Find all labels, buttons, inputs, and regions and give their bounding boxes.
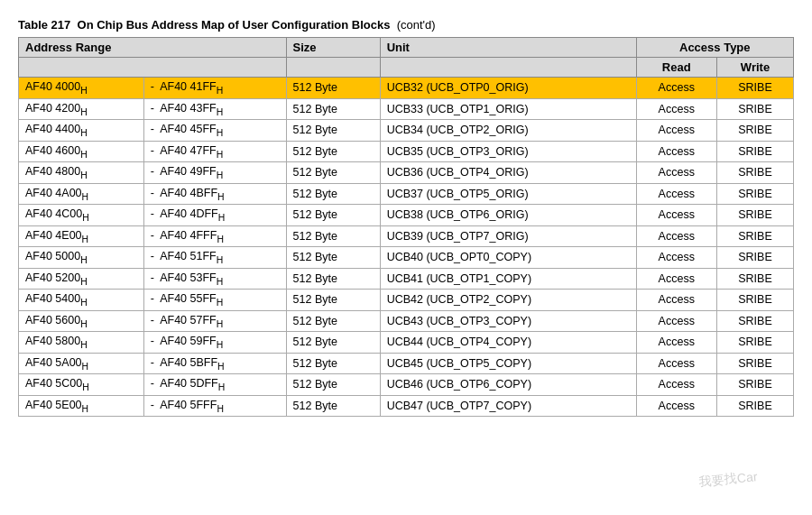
unit: UCB40 (UCB_OPT0_COPY) — [380, 247, 636, 269]
unit: UCB43 (UCB_OTP3_COPY) — [380, 310, 636, 332]
addr-from: AF40 4400H — [19, 120, 144, 142]
addr-from: AF40 5E00H — [19, 395, 144, 417]
read-access: Access — [636, 205, 716, 226]
table-description: On Chip Bus Address Map of User Configur… — [78, 18, 391, 32]
table-title: Table 217 On Chip Bus Address Map of Use… — [18, 18, 794, 32]
addr-from: AF40 5C00H — [19, 374, 144, 396]
addr-to: - AF40 47FFH — [143, 141, 286, 162]
write-access: SRIBE — [716, 78, 793, 99]
write-access: SRIBE — [716, 162, 793, 184]
table-row: AF40 4C00H- AF40 4DFFH512 ByteUCB38 (UCB… — [19, 205, 794, 226]
col-unit: Unit — [380, 38, 636, 58]
table-row: AF40 4200H- AF40 43FFH512 ByteUCB33 (UCB… — [19, 98, 794, 120]
read-access: Access — [636, 78, 716, 99]
table-row: AF40 4600H- AF40 47FFH512 ByteUCB35 (UCB… — [19, 141, 794, 162]
unit: UCB36 (UCB_OTP4_ORIG) — [380, 162, 636, 184]
read-access: Access — [636, 395, 716, 417]
read-access: Access — [636, 374, 716, 396]
size: 512 Byte — [286, 395, 380, 417]
addr-from: AF40 5400H — [19, 290, 144, 311]
addr-from: AF40 4000H — [19, 78, 144, 99]
addr-from: AF40 4A00H — [19, 183, 144, 205]
read-access: Access — [636, 332, 716, 354]
col-read: Read — [636, 58, 716, 78]
addr-to: - AF40 45FFH — [143, 120, 286, 142]
addr-to: - AF40 4DFFH — [143, 205, 286, 226]
addr-from: AF40 4C00H — [19, 205, 144, 226]
unit: UCB46 (UCB_OTP6_COPY) — [380, 374, 636, 396]
table-row: AF40 4000H- AF40 41FFH512 ByteUCB32 (UCB… — [19, 78, 794, 99]
table-header-sub: Read Write — [19, 58, 794, 78]
unit: UCB38 (UCB_OTP6_ORIG) — [380, 205, 636, 226]
size: 512 Byte — [286, 332, 380, 354]
addr-to: - AF40 43FFH — [143, 98, 286, 120]
table-row: AF40 5C00H- AF40 5DFFH512 ByteUCB46 (UCB… — [19, 374, 794, 396]
addr-from: AF40 5A00H — [19, 353, 144, 374]
addr-to: - AF40 41FFH — [143, 78, 286, 99]
table-row: AF40 4A00H- AF40 4BFFH512 ByteUCB37 (UCB… — [19, 183, 794, 205]
col-write: Write — [716, 58, 793, 78]
write-access: SRIBE — [716, 247, 793, 269]
write-access: SRIBE — [716, 98, 793, 120]
size: 512 Byte — [286, 268, 380, 290]
write-access: SRIBE — [716, 268, 793, 290]
read-access: Access — [636, 310, 716, 332]
addr-from: AF40 5000H — [19, 247, 144, 269]
read-access: Access — [636, 183, 716, 205]
unit: UCB41 (UCB_OTP1_COPY) — [380, 268, 636, 290]
unit: UCB37 (UCB_OTP5_ORIG) — [380, 183, 636, 205]
addr-to: - AF40 5FFFH — [143, 395, 286, 417]
address-map-table: Address Range Size Unit Access Type Read… — [18, 37, 794, 417]
addr-from: AF40 4800H — [19, 162, 144, 184]
read-access: Access — [636, 141, 716, 162]
unit: UCB42 (UCB_OTP2_COPY) — [380, 290, 636, 311]
unit: UCB32 (UCB_OTP0_ORIG) — [380, 78, 636, 99]
addr-to: - AF40 57FFH — [143, 310, 286, 332]
table-number: Table 217 — [18, 18, 70, 32]
write-access: SRIBE — [716, 353, 793, 374]
size: 512 Byte — [286, 183, 380, 205]
addr-to: - AF40 5BFFH — [143, 353, 286, 374]
write-access: SRIBE — [716, 183, 793, 205]
addr-from: AF40 4E00H — [19, 225, 144, 247]
table-row: AF40 5000H- AF40 51FFH512 ByteUCB40 (UCB… — [19, 247, 794, 269]
unit: UCB35 (UCB_OTP3_ORIG) — [380, 141, 636, 162]
table-row: AF40 5800H- AF40 59FFH512 ByteUCB44 (UCB… — [19, 332, 794, 354]
write-access: SRIBE — [716, 205, 793, 226]
read-access: Access — [636, 247, 716, 269]
col-size: Size — [286, 38, 380, 58]
table-row: AF40 4800H- AF40 49FFH512 ByteUCB36 (UCB… — [19, 162, 794, 184]
addr-from: AF40 4600H — [19, 141, 144, 162]
table-row: AF40 5600H- AF40 57FFH512 ByteUCB43 (UCB… — [19, 310, 794, 332]
unit: UCB34 (UCB_OTP2_ORIG) — [380, 120, 636, 142]
col-address-range-sub — [19, 58, 287, 78]
table-row: AF40 5400H- AF40 55FFH512 ByteUCB42 (UCB… — [19, 290, 794, 311]
write-access: SRIBE — [716, 310, 793, 332]
read-access: Access — [636, 353, 716, 374]
write-access: SRIBE — [716, 141, 793, 162]
size: 512 Byte — [286, 374, 380, 396]
addr-to: - AF40 59FFH — [143, 332, 286, 354]
size: 512 Byte — [286, 120, 380, 142]
addr-to: - AF40 53FFH — [143, 268, 286, 290]
table-body: AF40 4000H- AF40 41FFH512 ByteUCB32 (UCB… — [19, 78, 794, 417]
size: 512 Byte — [286, 353, 380, 374]
size: 512 Byte — [286, 98, 380, 120]
size: 512 Byte — [286, 141, 380, 162]
size: 512 Byte — [286, 205, 380, 226]
col-access-type: Access Type — [636, 38, 793, 58]
col-unit-sub — [380, 58, 636, 78]
read-access: Access — [636, 268, 716, 290]
unit: UCB39 (UCB_OTP7_ORIG) — [380, 225, 636, 247]
read-access: Access — [636, 120, 716, 142]
unit: UCB33 (UCB_OTP1_ORIG) — [380, 98, 636, 120]
addr-to: - AF40 51FFH — [143, 247, 286, 269]
table-row: AF40 5E00H- AF40 5FFFH512 ByteUCB47 (UCB… — [19, 395, 794, 417]
write-access: SRIBE — [716, 332, 793, 354]
col-address-range: Address Range — [19, 38, 287, 58]
addr-to: - AF40 4BFFH — [143, 183, 286, 205]
write-access: SRIBE — [716, 290, 793, 311]
unit: UCB45 (UCB_OTP5_COPY) — [380, 353, 636, 374]
addr-from: AF40 4200H — [19, 98, 144, 120]
table-header-main: Address Range Size Unit Access Type — [19, 38, 794, 58]
